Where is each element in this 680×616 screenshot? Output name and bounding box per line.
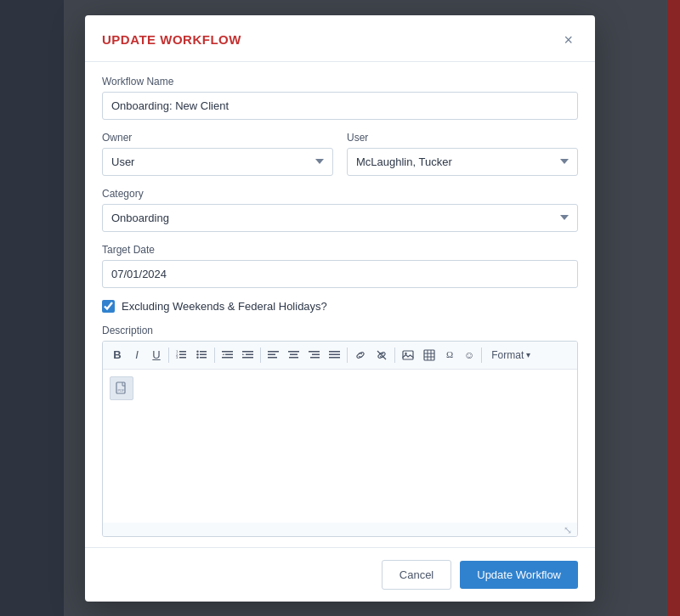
toolbar-sep-4 [347, 348, 348, 363]
svg-rect-22 [268, 357, 277, 359]
outdent-button[interactable] [218, 346, 237, 365]
svg-text:3.: 3. [176, 355, 178, 359]
toolbar-sep-1 [168, 348, 169, 363]
svg-rect-31 [329, 357, 340, 359]
image-button[interactable] [398, 346, 418, 365]
category-label: Category [102, 188, 578, 200]
ordered-list-button[interactable]: 1. 2. 3. [172, 346, 191, 365]
target-date-input[interactable] [102, 260, 578, 288]
exclude-weekends-row: Excluding Weekends & Federal Holidays? [102, 300, 578, 313]
svg-rect-13 [225, 354, 233, 356]
toolbar-sep-2 [214, 348, 215, 363]
editor-resize-area: ⤡ [103, 523, 577, 536]
pdf-icon[interactable]: PDF [110, 376, 133, 400]
cancel-button[interactable]: Cancel [382, 560, 451, 590]
svg-point-11 [196, 357, 198, 359]
emoji-button[interactable]: ☺ [460, 346, 479, 365]
target-date-label: Target Date [102, 244, 578, 256]
svg-rect-23 [288, 351, 299, 353]
owner-label: Owner [102, 132, 333, 144]
owner-group: Owner User Team Manager [102, 132, 333, 176]
svg-text:PDF: PDF [118, 388, 126, 393]
update-workflow-button[interactable]: Update Workflow [460, 561, 578, 589]
svg-rect-24 [290, 354, 298, 356]
italic-button[interactable]: I [128, 346, 146, 365]
category-group: Category Onboarding Offboarding General [102, 188, 578, 232]
close-button[interactable]: × [558, 31, 578, 49]
table-button[interactable] [419, 346, 439, 365]
user-group: User McLaughlin, Tucker Smith, John Doe,… [347, 132, 578, 176]
toolbar-sep-6 [481, 348, 482, 363]
owner-user-row: Owner User Team Manager User McLaughlin,… [102, 132, 578, 176]
description-editor: B I U 1. 2. 3. [102, 341, 578, 537]
svg-rect-29 [329, 351, 340, 353]
special-char-button[interactable]: Ω [440, 346, 459, 365]
svg-point-9 [196, 351, 198, 353]
align-left-button[interactable] [264, 346, 283, 365]
svg-rect-33 [403, 351, 413, 359]
workflow-name-group: Workflow Name [102, 76, 578, 120]
svg-rect-12 [222, 351, 233, 353]
svg-rect-30 [329, 354, 340, 356]
target-date-group: Target Date [102, 244, 578, 288]
modal-header: UPDATE WORKFLOW × [85, 15, 595, 62]
align-right-button[interactable] [304, 346, 324, 365]
svg-rect-16 [242, 351, 253, 353]
toolbar-sep-5 [394, 348, 395, 363]
modal-body: Workflow Name Owner User Team Manager Us… [85, 62, 595, 547]
svg-rect-20 [268, 351, 279, 353]
toolbar-sep-3 [260, 348, 261, 363]
owner-select[interactable]: User Team Manager [102, 148, 333, 176]
format-chevron-icon: ▾ [526, 350, 530, 359]
svg-rect-25 [289, 357, 298, 359]
svg-rect-21 [268, 354, 275, 356]
user-label: User [347, 132, 578, 144]
unlink-button[interactable] [371, 346, 392, 365]
svg-rect-8 [200, 357, 207, 359]
editor-toolbar: B I U 1. 2. 3. [103, 342, 577, 370]
svg-rect-17 [246, 354, 253, 356]
format-button[interactable]: Format ▾ [484, 347, 537, 364]
resize-handle[interactable]: ⤡ [564, 524, 574, 534]
svg-rect-2 [179, 357, 186, 359]
format-label: Format [491, 349, 524, 361]
unordered-list-button[interactable] [192, 346, 212, 365]
justify-button[interactable] [325, 346, 344, 365]
svg-rect-35 [424, 350, 434, 360]
update-workflow-modal: UPDATE WORKFLOW × Workflow Name Owner Us… [85, 15, 595, 602]
description-group: Description B I U 1. [102, 325, 578, 537]
svg-rect-1 [179, 354, 186, 356]
svg-point-10 [196, 353, 198, 355]
svg-rect-26 [309, 351, 320, 353]
svg-rect-6 [200, 351, 207, 353]
modal-title: UPDATE WORKFLOW [102, 32, 241, 47]
svg-rect-7 [200, 354, 207, 356]
workflow-name-input[interactable] [102, 92, 578, 120]
description-label: Description [102, 325, 578, 336]
underline-button[interactable]: U [147, 346, 166, 365]
svg-rect-0 [179, 351, 186, 353]
svg-marker-15 [222, 354, 224, 356]
align-center-button[interactable] [284, 346, 303, 365]
category-select[interactable]: Onboarding Offboarding General [102, 204, 578, 232]
modal-footer: Cancel Update Workflow [85, 547, 595, 602]
svg-rect-18 [242, 357, 253, 359]
svg-rect-28 [310, 357, 320, 359]
exclude-weekends-label[interactable]: Excluding Weekends & Federal Holidays? [122, 300, 327, 313]
bold-button[interactable]: B [108, 346, 127, 365]
svg-rect-14 [222, 357, 233, 359]
modal-overlay: UPDATE WORKFLOW × Workflow Name Owner Us… [0, 0, 680, 616]
workflow-name-label: Workflow Name [102, 76, 578, 88]
exclude-weekends-checkbox[interactable] [102, 300, 115, 313]
link-button[interactable] [350, 346, 371, 365]
svg-marker-19 [242, 354, 245, 356]
user-select[interactable]: McLaughlin, Tucker Smith, John Doe, Jane [347, 148, 578, 176]
svg-rect-27 [312, 354, 320, 356]
editor-content-area[interactable]: PDF [103, 370, 577, 523]
indent-button[interactable] [238, 346, 258, 365]
